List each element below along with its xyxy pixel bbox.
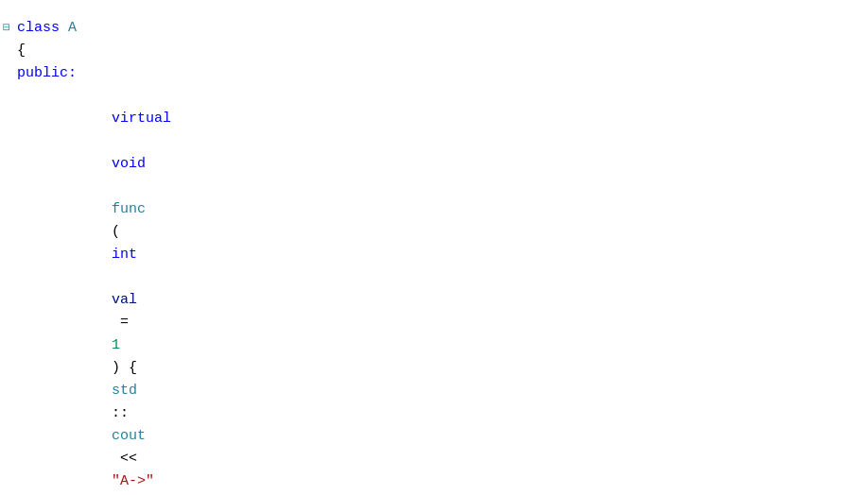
- kw-virtual: virtual: [112, 111, 171, 127]
- paren-open: (: [112, 224, 120, 240]
- class-a-block: ⊟ class A { public: virtual void func ( …: [0, 17, 868, 495]
- space2: [112, 179, 120, 195]
- eq: =: [112, 315, 137, 331]
- code-container: ⊟ class A { public: virtual void func ( …: [0, 9, 868, 495]
- func-name-func: func: [112, 201, 146, 217]
- gutter-minus: ⊟: [0, 19, 13, 39]
- line-content: class A: [17, 17, 77, 40]
- dcolon1: ::: [112, 405, 129, 421]
- brace-open-a: {: [17, 40, 26, 62]
- lshift1: <<: [112, 451, 146, 467]
- func-a-content: virtual void func ( int val = 1 ) { std …: [43, 85, 171, 495]
- access-public-a: public:: [17, 62, 77, 85]
- num-1: 1: [112, 337, 120, 353]
- kw-void: void: [112, 156, 146, 172]
- param-val: val: [112, 292, 137, 308]
- space: [112, 133, 120, 149]
- keyword-class: class: [17, 20, 60, 36]
- str-a: "A->": [112, 473, 154, 489]
- paren-close-body: ) {: [112, 360, 146, 376]
- line-func-a: virtual void func ( int val = 1 ) { std …: [0, 85, 868, 495]
- line-public-a: public:: [0, 62, 868, 85]
- kw-int: int: [112, 247, 137, 263]
- space3: [112, 269, 120, 285]
- cout: cout: [112, 428, 146, 444]
- class-name-a: A: [68, 20, 77, 36]
- line-brace-open-a: {: [0, 40, 868, 62]
- line-class-a: ⊟ class A: [0, 17, 868, 40]
- std-cout: std: [112, 383, 137, 399]
